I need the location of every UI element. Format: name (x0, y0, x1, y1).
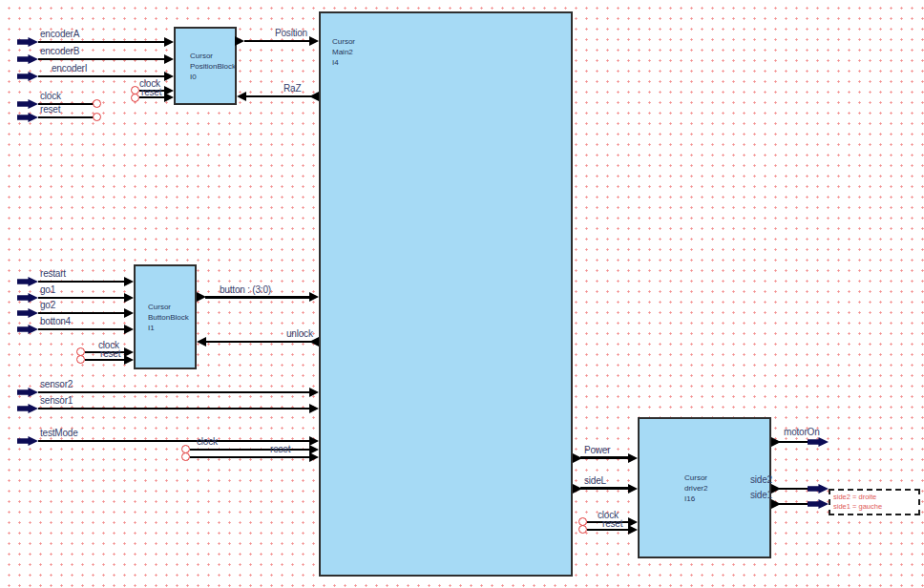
open-end-connector (93, 99, 101, 108)
wire-side1[interactable] (779, 503, 808, 505)
wire-restart[interactable] (38, 281, 126, 283)
arrowhead (628, 453, 638, 463)
arrowhead (628, 484, 638, 494)
instance-label-main2: Cursor Main2 I4 (332, 36, 355, 68)
input-port-restart[interactable] (17, 277, 38, 286)
wire-go2[interactable] (38, 312, 126, 314)
output-port-side1[interactable] (808, 499, 829, 509)
wire-reset-open[interactable] (38, 116, 94, 118)
label-reset: reset (40, 104, 60, 115)
arrowhead (124, 308, 134, 318)
arrowhead (164, 72, 174, 81)
comment-box[interactable]: side2 = droite side1 = gauche (829, 489, 920, 515)
wire-botton4[interactable] (38, 328, 126, 330)
wire-position[interactable] (244, 40, 311, 42)
wire-sensor2[interactable] (38, 391, 311, 393)
open-end-connector (578, 525, 587, 534)
label-motorOn: motorOn (784, 427, 820, 437)
input-port-reset[interactable] (17, 113, 38, 122)
block-driver2-i16[interactable]: Cursor driver2 I16 (638, 417, 771, 558)
input-port-go1[interactable] (17, 293, 38, 303)
label-botton4: botton4 (40, 316, 71, 326)
arrowhead (164, 93, 174, 102)
wire-motorOn[interactable] (779, 441, 808, 443)
block-positionblock-i0[interactable]: Cursor PositionBlock I0 (174, 27, 237, 105)
wire-button-bus[interactable] (205, 296, 310, 299)
wire-side2[interactable] (779, 488, 808, 490)
arrowhead (309, 36, 319, 46)
open-end-connector (76, 355, 85, 364)
arrowhead (309, 452, 319, 462)
label-sensor2: sensor2 (40, 379, 73, 389)
wire-encoderI[interactable] (38, 75, 166, 77)
wire-power[interactable] (580, 456, 629, 459)
instance-type: Main2 (332, 47, 355, 57)
comment-line: side1 = gauche (833, 502, 915, 512)
output-port-motorOn[interactable] (808, 437, 829, 447)
label-buttonblock-reset: reset (100, 348, 120, 359)
instance-label-driver2: Cursor driver2 I16 (684, 472, 707, 504)
instance-name: Cursor (684, 472, 707, 483)
label-position: Position (275, 28, 307, 38)
wire-go1[interactable] (38, 297, 126, 299)
open-end-connector (93, 113, 101, 121)
label-encoderB: encoderB (40, 46, 79, 56)
arrowhead (164, 54, 174, 64)
label-encoderI: encoderI (52, 63, 87, 74)
instance-label-positionblock: Cursor PositionBlock I0 (190, 51, 236, 82)
instance-id: I1 (148, 323, 189, 333)
input-port-testMode[interactable] (17, 436, 38, 446)
wire-driver-reset[interactable] (587, 529, 629, 531)
arrowhead (309, 404, 319, 413)
wire-encoderB[interactable] (38, 58, 166, 60)
arrowhead (164, 37, 174, 47)
schematic-canvas[interactable]: Cursor PositionBlock I0 Cursor Main2 I4 … (0, 0, 924, 588)
input-port-sensor2[interactable] (17, 388, 38, 397)
input-port-botton4[interactable] (17, 325, 38, 334)
instance-id: I16 (684, 494, 707, 504)
input-port-clock[interactable] (17, 99, 38, 109)
label-restart: restart (40, 268, 66, 279)
input-port-encoderA[interactable] (17, 37, 38, 47)
label-testMode: testMode (40, 428, 78, 438)
input-port-encoderI[interactable] (17, 72, 38, 81)
label-driver-reset: reset (602, 518, 622, 529)
instance-name: Cursor (190, 51, 236, 61)
wire-raz[interactable] (246, 95, 311, 97)
open-end-connector (131, 94, 139, 102)
input-port-sensor1[interactable] (17, 404, 38, 413)
instance-id: I4 (332, 57, 355, 68)
wire-main-reset[interactable] (190, 456, 311, 458)
label-sideL: sideL (584, 475, 606, 486)
label-clock: clock (40, 91, 61, 101)
label-main-clock: clock (197, 436, 218, 447)
instance-name: Cursor (148, 302, 189, 312)
label-side2: side2 (750, 474, 772, 485)
block-buttonblock-i1[interactable]: Cursor ButtonBlock I1 (134, 264, 197, 369)
wire-encoderA[interactable] (38, 41, 166, 43)
output-port-side2[interactable] (808, 484, 829, 494)
label-side1: side1 (750, 490, 772, 500)
comment-line: side2 = droite (833, 493, 915, 502)
arrowhead (628, 525, 638, 535)
wire-unlock[interactable] (206, 341, 311, 343)
arrowhead (124, 293, 134, 303)
arrowhead (124, 277, 134, 286)
wire-testMode[interactable] (38, 440, 311, 442)
wire-sensor1[interactable] (38, 408, 311, 410)
label-encoderA: encoderA (40, 29, 79, 39)
instance-type: driver2 (684, 483, 707, 494)
wire-buttonblock-reset[interactable] (85, 359, 126, 361)
wire-main-clock[interactable] (190, 449, 311, 451)
label-unlock: unlock (286, 328, 313, 339)
open-end-connector (181, 452, 190, 461)
arrowhead (124, 325, 134, 334)
arrowhead (197, 337, 206, 346)
input-port-go2[interactable] (17, 308, 38, 318)
arrowhead (309, 388, 319, 397)
wire-sideL[interactable] (580, 487, 629, 490)
input-port-encoderB[interactable] (17, 54, 38, 64)
block-main2-i4[interactable]: Cursor Main2 I4 (319, 11, 573, 577)
arrowhead (309, 92, 319, 101)
label-sensor1: sensor1 (40, 395, 73, 406)
